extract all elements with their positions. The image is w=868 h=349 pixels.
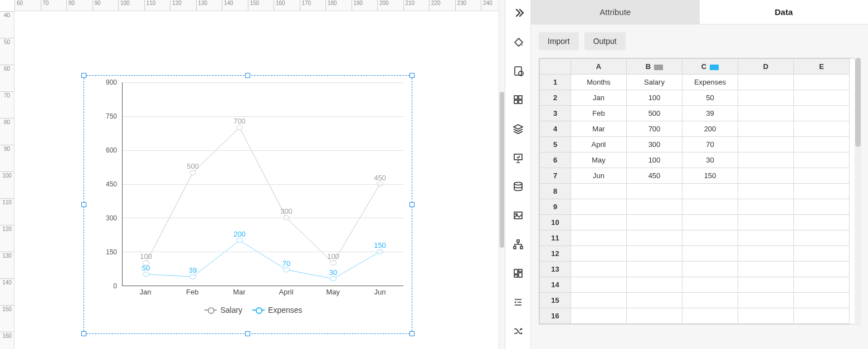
cell[interactable] bbox=[627, 184, 682, 199]
paint-bucket-icon[interactable] bbox=[510, 33, 526, 50]
cell[interactable]: 30 bbox=[682, 153, 738, 168]
cell[interactable]: Jun bbox=[571, 168, 627, 184]
cell[interactable] bbox=[794, 168, 850, 184]
cell[interactable]: Expenses bbox=[682, 75, 738, 90]
cell[interactable]: 200 bbox=[682, 121, 738, 137]
cell[interactable]: Jan bbox=[571, 90, 627, 106]
cell[interactable] bbox=[627, 308, 682, 324]
cell[interactable] bbox=[738, 121, 794, 137]
column-header[interactable]: B bbox=[627, 59, 682, 75]
row-header[interactable]: 13 bbox=[540, 262, 571, 277]
cell[interactable] bbox=[738, 308, 794, 324]
cell[interactable]: May bbox=[571, 153, 627, 168]
grid-icon[interactable] bbox=[510, 91, 526, 108]
column-header[interactable]: A bbox=[571, 59, 627, 75]
cell[interactable] bbox=[571, 199, 627, 215]
cell[interactable] bbox=[571, 184, 627, 199]
cell[interactable] bbox=[738, 90, 794, 106]
row-header[interactable]: 9 bbox=[540, 199, 571, 215]
page-gear-icon[interactable] bbox=[510, 62, 526, 79]
cell[interactable] bbox=[682, 262, 738, 277]
resize-handle-mr[interactable] bbox=[409, 202, 415, 207]
row-header[interactable]: 3 bbox=[540, 106, 571, 121]
resize-handle-ml[interactable] bbox=[81, 202, 86, 207]
cell[interactable] bbox=[682, 215, 738, 230]
cell[interactable]: 70 bbox=[682, 137, 738, 153]
row-header[interactable]: 6 bbox=[540, 153, 571, 168]
layers-icon[interactable] bbox=[510, 120, 526, 137]
cell[interactable]: 50 bbox=[682, 90, 738, 106]
cell[interactable] bbox=[571, 215, 627, 230]
cell[interactable]: 39 bbox=[682, 106, 738, 121]
cell[interactable] bbox=[682, 246, 738, 262]
scrollbar-thumb[interactable] bbox=[855, 58, 861, 147]
resize-handle-bl[interactable] bbox=[81, 331, 86, 336]
cell[interactable] bbox=[682, 184, 738, 199]
resize-handle-tr[interactable] bbox=[409, 73, 415, 78]
cell[interactable] bbox=[738, 168, 794, 184]
cell[interactable] bbox=[682, 308, 738, 324]
cell[interactable]: Mar bbox=[571, 121, 627, 137]
sheet-corner[interactable] bbox=[540, 59, 571, 75]
cell[interactable] bbox=[794, 308, 850, 324]
cell[interactable] bbox=[738, 106, 794, 121]
cell[interactable] bbox=[627, 262, 682, 277]
cell[interactable] bbox=[794, 90, 850, 106]
canvas-body[interactable]: 0150300450600750900 10050070030010045050… bbox=[14, 11, 499, 349]
cell[interactable] bbox=[627, 215, 682, 230]
cell[interactable]: Salary bbox=[627, 75, 682, 90]
cell[interactable] bbox=[738, 199, 794, 215]
cell[interactable] bbox=[794, 153, 850, 168]
row-header[interactable]: 8 bbox=[540, 184, 571, 199]
row-header[interactable]: 2 bbox=[540, 90, 571, 106]
cell[interactable]: April bbox=[571, 137, 627, 153]
cell[interactable] bbox=[627, 230, 682, 246]
cell[interactable] bbox=[738, 215, 794, 230]
cell[interactable] bbox=[627, 199, 682, 215]
cell[interactable] bbox=[794, 215, 850, 230]
resize-handle-br[interactable] bbox=[409, 331, 415, 336]
cell[interactable] bbox=[738, 293, 794, 308]
shuffle-icon[interactable] bbox=[510, 323, 526, 340]
cell[interactable] bbox=[794, 277, 850, 293]
cell[interactable] bbox=[682, 199, 738, 215]
column-header[interactable]: D bbox=[738, 59, 794, 75]
spreadsheet-scrollbar[interactable] bbox=[855, 58, 861, 326]
cell[interactable] bbox=[627, 293, 682, 308]
resize-handle-bm[interactable] bbox=[245, 331, 250, 336]
cell[interactable] bbox=[794, 230, 850, 246]
cell[interactable] bbox=[794, 262, 850, 277]
cell[interactable]: 100 bbox=[627, 90, 682, 106]
cell[interactable] bbox=[738, 246, 794, 262]
cell[interactable] bbox=[738, 184, 794, 199]
cell[interactable] bbox=[794, 106, 850, 121]
scrollbar-thumb[interactable] bbox=[500, 92, 504, 248]
import-button[interactable]: Import bbox=[539, 32, 579, 50]
cell[interactable] bbox=[794, 184, 850, 199]
expand-icon[interactable] bbox=[510, 4, 526, 21]
cell[interactable] bbox=[738, 277, 794, 293]
resize-handle-tm[interactable] bbox=[245, 73, 250, 78]
chart-selection[interactable]: 0150300450600750900 10050070030010045050… bbox=[84, 75, 412, 334]
cell[interactable] bbox=[738, 75, 794, 90]
cell[interactable]: 500 bbox=[627, 106, 682, 121]
indent-icon[interactable] bbox=[510, 294, 526, 311]
tab-data[interactable]: Data bbox=[700, 0, 869, 24]
cell[interactable] bbox=[794, 246, 850, 262]
column-header[interactable]: E bbox=[794, 59, 850, 75]
cell[interactable] bbox=[571, 230, 627, 246]
row-header[interactable]: 15 bbox=[540, 293, 571, 308]
cell[interactable] bbox=[571, 308, 627, 324]
row-header[interactable]: 7 bbox=[540, 168, 571, 184]
cell[interactable] bbox=[682, 230, 738, 246]
row-header[interactable]: 12 bbox=[540, 246, 571, 262]
cell[interactable] bbox=[794, 199, 850, 215]
column-header[interactable]: C bbox=[682, 59, 738, 75]
cell[interactable]: 450 bbox=[627, 168, 682, 184]
cell[interactable] bbox=[794, 293, 850, 308]
cell[interactable] bbox=[627, 277, 682, 293]
row-header[interactable]: 4 bbox=[540, 121, 571, 137]
cell[interactable] bbox=[571, 262, 627, 277]
sitemap-icon[interactable] bbox=[510, 236, 526, 253]
cell[interactable] bbox=[738, 153, 794, 168]
